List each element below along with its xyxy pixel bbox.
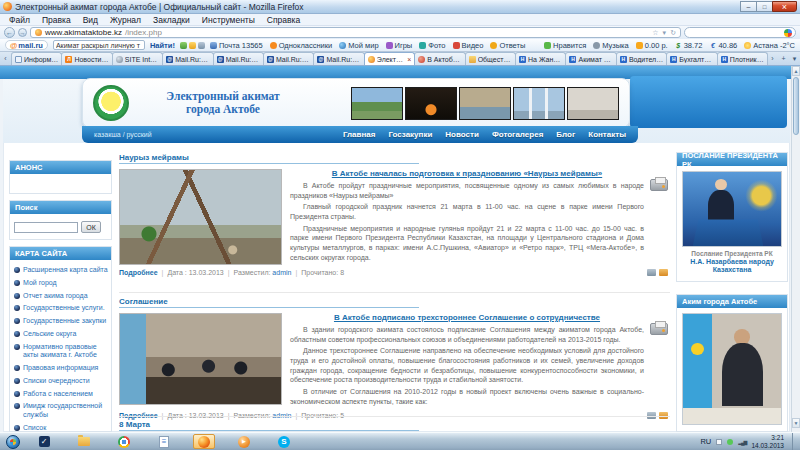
url-bar[interactable]: www.akimataktobe.kz /index.php <box>30 27 681 38</box>
mailru-toolbar-item[interactable]: Почта 13565 <box>210 41 263 50</box>
article-category-link[interactable]: Наурыз мейрамы <box>119 153 419 164</box>
nav-link[interactable]: Госзакупки <box>388 130 432 139</box>
language-switcher[interactable]: казакша / русский <box>94 131 152 138</box>
sitemap-link[interactable]: Отчет акима города <box>14 292 108 301</box>
sitemap-link[interactable]: Правовая информация <box>14 364 108 373</box>
article-category-link[interactable]: Соглашение <box>119 297 419 308</box>
browser-tab[interactable]: Новости Ак... <box>61 52 112 65</box>
keyboard-layout-indicator[interactable]: RU <box>700 437 711 446</box>
sitemap-link[interactable]: Государственные услуги. <box>14 304 108 313</box>
nav-link[interactable]: Новости <box>445 130 479 139</box>
menu-item[interactable]: Справка <box>261 15 306 25</box>
taskbar-clock[interactable]: 3:21 14.03.2013 <box>751 434 784 448</box>
network-signal-icon[interactable] <box>738 439 746 445</box>
mailru-search-input[interactable] <box>53 40 145 50</box>
mailru-toolbar-item[interactable]: Видео <box>453 41 484 50</box>
mailru-toolbar-item[interactable]: Мой мир <box>339 41 378 50</box>
mailru-toolbar-item[interactable]: Фото <box>419 41 445 50</box>
mailru-toolbar-item[interactable]: 0.00 р. <box>636 41 668 50</box>
sitemap-link[interactable]: Расширенная карта сайта <box>14 266 108 275</box>
browser-tab[interactable]: Бухгалтер ... <box>666 52 717 65</box>
url-dropdown-icon[interactable] <box>663 29 667 36</box>
bookmark-star-icon[interactable] <box>652 29 658 36</box>
mailru-toolbar-item[interactable]: 38.72 <box>675 41 703 50</box>
author-value[interactable]: admin <box>272 269 291 276</box>
forward-button[interactable] <box>18 28 27 37</box>
mailru-toolbar-item[interactable]: Ответы <box>490 41 525 50</box>
browser-tab[interactable]: В Актобе в... <box>414 52 465 65</box>
tray-status-icon[interactable] <box>727 439 733 445</box>
browser-search-box[interactable] <box>684 27 796 38</box>
menu-item[interactable]: Закладки <box>147 15 196 25</box>
browser-tab[interactable]: Mail.Ru: Вх... <box>313 52 364 65</box>
printer-icon[interactable] <box>650 179 668 191</box>
scrollbar-thumb[interactable] <box>793 77 799 135</box>
article-title-link[interactable]: В Актобе началась подготовка к празднова… <box>290 169 644 178</box>
browser-tab[interactable]: Mail.Ru: Вх... <box>213 52 264 65</box>
highlighter-icon[interactable] <box>180 42 187 49</box>
mailru-toolbar-item[interactable]: Игры <box>386 41 413 50</box>
new-tab-button[interactable] <box>778 52 789 65</box>
reload-icon[interactable] <box>670 29 676 36</box>
menu-item[interactable]: Правка <box>36 15 77 25</box>
browser-tab[interactable]: SITE Intellig... <box>112 52 163 65</box>
mailru-toolbar-item[interactable]: Нравится <box>544 41 586 50</box>
akimat-logo-icon[interactable] <box>93 85 129 121</box>
camera-icon[interactable] <box>198 42 205 49</box>
mailru-toolbar-item[interactable]: Одноклассники <box>270 41 333 50</box>
sitemap-link[interactable]: Список непрофессиональных медиаторов <box>14 424 108 432</box>
print-icon[interactable] <box>647 269 656 276</box>
email-icon[interactable] <box>659 269 668 276</box>
taskbar-app-button[interactable] <box>33 434 55 449</box>
taskbar-app-button[interactable] <box>233 434 255 449</box>
taskbar-app-button[interactable] <box>73 434 95 449</box>
mailru-toolbar-item[interactable]: Музыка <box>593 41 629 50</box>
menu-item[interactable]: Файл <box>3 15 36 25</box>
menu-item[interactable]: Вид <box>77 15 104 25</box>
taskbar-app-button[interactable] <box>113 434 135 449</box>
tab-list-dropdown-icon[interactable] <box>789 52 800 65</box>
tray-app-icon[interactable] <box>716 439 722 445</box>
article-title-link[interactable]: В Актобе подписано трехстороннее Соглаше… <box>290 313 644 322</box>
browser-tab[interactable]: На Жанажо... <box>515 52 566 65</box>
browser-tab[interactable]: Mail.Ru: Вх... <box>162 52 213 65</box>
browser-tab[interactable]: Плотник ук... <box>717 52 768 65</box>
article-photo[interactable] <box>119 313 282 405</box>
menu-item[interactable]: Инструменты <box>196 15 261 25</box>
tab-scroll-right-button[interactable] <box>767 52 778 65</box>
mailru-toolbar-item[interactable]: Астана -2°C <box>744 41 795 50</box>
tab-close-icon[interactable] <box>407 56 411 63</box>
scroll-up-icon[interactable] <box>792 66 800 76</box>
mailru-find-button[interactable]: Найти! <box>150 41 175 50</box>
show-desktop-button[interactable] <box>792 433 797 450</box>
browser-tab[interactable]: Электро... <box>364 52 415 65</box>
tab-scroll-left-button[interactable] <box>0 52 11 65</box>
sitemap-link[interactable]: Работа с населением <box>14 390 108 399</box>
browser-tab[interactable]: Обществен... <box>465 52 516 65</box>
read-more-link[interactable]: Подробнее <box>119 269 158 276</box>
start-button[interactable] <box>6 435 20 449</box>
mailru-toolbar-item[interactable]: 40.86 <box>709 41 737 50</box>
printer-icon[interactable] <box>650 323 668 335</box>
page-scrollbar[interactable] <box>791 66 800 432</box>
pencil-icon[interactable] <box>189 42 196 49</box>
sitemap-link[interactable]: Имидж государственной службы <box>14 402 108 420</box>
nav-link[interactable]: Фотогалерея <box>492 130 543 139</box>
minimize-button[interactable] <box>740 1 757 12</box>
president-caption-link[interactable]: Н.А. Назарбаева народу Казахстана <box>677 257 787 279</box>
maximize-button[interactable] <box>756 1 773 12</box>
site-search-input[interactable] <box>14 222 78 233</box>
browser-tab[interactable]: Информац... <box>11 52 62 65</box>
menu-item[interactable]: Журнал <box>104 15 147 25</box>
nav-link[interactable]: Контакты <box>588 130 626 139</box>
nav-link[interactable]: Главная <box>343 130 376 139</box>
browser-tab[interactable]: Mail.Ru: Вх... <box>263 52 314 65</box>
back-button[interactable] <box>4 27 15 38</box>
scroll-down-icon[interactable] <box>792 418 800 428</box>
taskbar-app-button-active[interactable] <box>193 434 215 449</box>
mailru-logo[interactable]: mail.ru <box>5 40 48 50</box>
article-photo[interactable] <box>119 169 282 265</box>
sitemap-link[interactable]: Сельские округа <box>14 330 108 339</box>
nav-link[interactable]: Блог <box>556 130 575 139</box>
sitemap-link[interactable]: Списки очередности <box>14 377 108 386</box>
